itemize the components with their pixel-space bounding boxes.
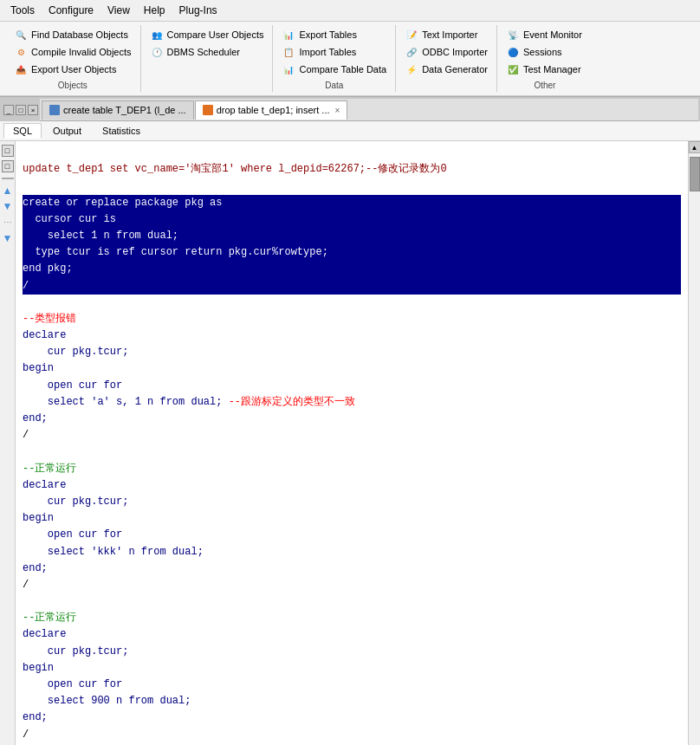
text-importer-icon: 📝 <box>405 28 418 42</box>
compile-invalid-label: Compile Invalid Objects <box>31 47 132 57</box>
sessions-label: Sessions <box>523 47 562 57</box>
block4-l2: cur pkg.tcur; <box>23 645 128 658</box>
import-tables-label: Import Tables <box>299 47 356 57</box>
tab-drop-table-icon <box>203 105 213 115</box>
export-user-objects-icon: 📤 <box>14 62 28 76</box>
tab-bar: create table T_DEP1 (l_de ... drop table… <box>40 99 698 121</box>
selected-block-line3: select 1 n from dual; <box>23 228 681 244</box>
text-importer-label: Text Importer <box>422 29 477 40</box>
menu-tools[interactable]: Tools <box>3 2 42 19</box>
data-generator-label: Data Generator <box>422 64 488 74</box>
export-tables-label: Export Tables <box>299 29 356 40</box>
tab-drop-table[interactable]: drop table t_dep1; insert ... × <box>195 100 348 120</box>
toolbar-group-import: 📝 Text Importer 🔗 ODBC Importer ⚡ Data G… <box>396 25 497 92</box>
sidebar-arrow-down2[interactable]: ▼ <box>3 232 13 244</box>
slash2: / <box>23 429 29 441</box>
win-controls: _ □ × <box>2 104 40 116</box>
block4-l4: open cur for <box>23 678 122 690</box>
line-update: update t_dep1 set vc_name='淘宝部1' where l… <box>23 163 447 175</box>
block2-l1: declare <box>23 329 66 341</box>
sidebar-arrow-up[interactable]: ▲ <box>3 185 13 197</box>
objects-group-label: Objects <box>12 81 133 90</box>
sidebar-btn1[interactable]: □ <box>2 145 14 157</box>
editor-area[interactable]: update t_dep1 set vc_name='淘宝部1' where l… <box>16 141 688 745</box>
sidebar-arrow-down[interactable]: ▼ <box>3 200 13 212</box>
import-tables-icon: 📋 <box>282 45 295 59</box>
block4-l5: select 900 n from dual; <box>23 695 191 707</box>
menubar: Tools Configure View Help Plug-Ins <box>0 0 700 22</box>
odbc-importer-icon: 🔗 <box>405 45 418 59</box>
sessions-button[interactable]: 🔵 Sessions <box>504 44 586 60</box>
sub-tab-bar: SQL Output Statistics <box>0 121 700 141</box>
block3-l1: declare <box>23 479 66 491</box>
block4-l3: begin <box>23 662 54 674</box>
subtab-statistics[interactable]: Statistics <box>93 123 150 139</box>
block4-l1: declare <box>23 628 66 640</box>
test-manager-label: Test Manager <box>523 64 581 74</box>
data-generator-button[interactable]: ⚡ Data Generator <box>403 62 489 77</box>
scroll-up-arrow[interactable]: ▲ <box>689 141 701 153</box>
test-manager-button[interactable]: ✅ Test Manager <box>504 62 586 77</box>
block2-l5: select 'a' s, 1 n from dual; <box>48 396 223 408</box>
event-monitor-button[interactable]: 📡 Event Monitor <box>504 27 586 42</box>
compile-invalid-icon: ⚙ <box>14 45 28 59</box>
left-sidebar: □ □ ▲ ▼ ⋯ ▼ <box>0 141 16 745</box>
selected-block-line1: create or replace package pkg as <box>23 195 681 211</box>
compare-user-objects-icon: 👥 <box>150 28 164 42</box>
v-scrollbar[interactable]: ▲ ▼ <box>688 141 700 745</box>
find-db-objects-icon: 🔍 <box>14 28 28 42</box>
menu-view[interactable]: View <box>100 2 137 19</box>
tab-drop-table-close[interactable]: × <box>335 106 340 115</box>
compare-table-data-icon: 📊 <box>282 62 295 76</box>
menu-help[interactable]: Help <box>137 2 172 19</box>
subtab-sql[interactable]: SQL <box>3 123 42 139</box>
toolbar-group-objects: 🔍 Find Database Objects ⚙ Compile Invali… <box>5 25 141 92</box>
scroll-thumb[interactable] <box>690 157 700 191</box>
main-layout: □ □ ▲ ▼ ⋯ ▼ update t_dep1 set vc_name='淘… <box>0 141 700 745</box>
block3-l5: select 'kkk' n from dual; <box>23 546 204 558</box>
other-group-label: Other <box>504 81 586 90</box>
compare-user-objects-label: Compare User Objects <box>167 29 264 40</box>
selected-block-line5: end pkg; <box>23 261 681 277</box>
win-restore[interactable]: □ <box>16 105 26 115</box>
selected-block-line2: cursor cur is <box>23 211 681 228</box>
selected-block-cursor: / <box>23 278 681 295</box>
export-tables-button[interactable]: 📊 Export Tables <box>280 27 388 42</box>
export-user-objects-button[interactable]: 📤 Export User Objects <box>12 62 133 77</box>
compare-user-objects-button[interactable]: 👥 Compare User Objects <box>148 27 266 42</box>
sidebar-divider <box>2 178 14 179</box>
block3-l2: cur pkg.tcur; <box>23 496 128 508</box>
sessions-icon: 🔵 <box>506 45 520 59</box>
comment-normal-run1: --正常运行 <box>23 463 76 475</box>
import-tables-button[interactable]: 📋 Import Tables <box>280 44 388 60</box>
event-monitor-label: Event Monitor <box>523 29 582 40</box>
tab-drop-table-label: drop table t_dep1; insert ... <box>217 105 330 115</box>
comment-normal-run2: --正常运行 <box>23 612 76 624</box>
tab-create-table-icon <box>49 105 60 115</box>
compile-invalid-button[interactable]: ⚙ Compile Invalid Objects <box>12 44 133 60</box>
find-db-objects-button[interactable]: 🔍 Find Database Objects <box>12 27 133 42</box>
compare-table-data-button[interactable]: 📊 Compare Table Data <box>280 62 388 77</box>
text-importer-button[interactable]: 📝 Text Importer <box>403 27 489 42</box>
code-content: update t_dep1 set vc_name='淘宝部1' where l… <box>16 141 688 745</box>
block2-l4: open cur for <box>23 379 122 392</box>
export-user-objects-label: Export User Objects <box>31 64 116 74</box>
odbc-importer-button[interactable]: 🔗 ODBC Importer <box>403 44 489 60</box>
win-close[interactable]: × <box>28 105 38 115</box>
block3-l4: open cur for <box>23 528 122 541</box>
sidebar-dot-menu[interactable]: ⋯ <box>3 217 12 227</box>
menu-configure[interactable]: Configure <box>42 2 100 19</box>
toolbar-group-other: 📡 Event Monitor 🔵 Sessions ✅ Test Manage… <box>497 25 593 92</box>
sidebar-btn2[interactable]: □ <box>2 160 14 172</box>
menu-plugins[interactable]: Plug-Ins <box>172 2 224 19</box>
subtab-output[interactable]: Output <box>43 123 91 139</box>
toolbar-group-data: 📊 Export Tables 📋 Import Tables 📊 Compar… <box>273 25 396 92</box>
block2-l5-container: select 'a' s, 1 n from dual; --跟游标定义的类型不… <box>23 396 355 408</box>
export-tables-icon: 📊 <box>282 28 295 42</box>
dbms-scheduler-button[interactable]: 🕐 DBMS Scheduler <box>148 44 266 60</box>
compare-table-data-label: Compare Table Data <box>299 64 386 74</box>
tab-create-table[interactable]: create table T_DEP1 (l_de ... <box>42 100 194 120</box>
find-db-objects-label: Find Database Objects <box>31 29 128 40</box>
win-minimize[interactable]: _ <box>3 105 14 115</box>
block3-l3: begin <box>23 512 54 524</box>
